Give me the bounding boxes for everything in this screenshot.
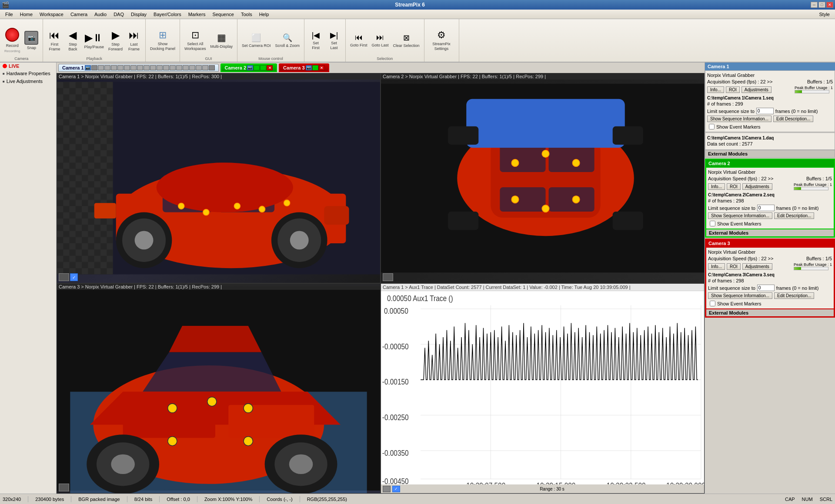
- camera2-tab[interactable]: Camera 2 📷 ✕: [220, 63, 277, 72]
- menu-file[interactable]: File: [2, 11, 17, 18]
- menu-help[interactable]: Help: [256, 11, 273, 18]
- menu-workspace[interactable]: Workspace: [36, 11, 67, 18]
- rp-camera3-edit-desc-btn[interactable]: Edit Description...: [774, 292, 814, 299]
- rp-camera3-info-btn[interactable]: Info...: [708, 263, 725, 270]
- camera1-corner-icon[interactable]: [59, 273, 69, 281]
- rp-camera2-adj-btn[interactable]: Adjustments: [742, 183, 772, 190]
- cam1-icon18[interactable]: [196, 65, 202, 70]
- menu-display[interactable]: Display: [127, 11, 150, 18]
- menu-tools[interactable]: Tools: [237, 11, 256, 18]
- step-back-button[interactable]: ◀ StepBack: [64, 28, 81, 53]
- rp-camera2-show-seq-btn[interactable]: Show Sequence Information...: [708, 212, 772, 219]
- cam1-icon5[interactable]: [111, 65, 117, 70]
- cam1-icon12[interactable]: [157, 65, 163, 70]
- cam2-icon4[interactable]: ✕: [267, 65, 273, 70]
- set-last-button[interactable]: ▶| SetLast: [325, 30, 343, 51]
- cam3-icon3[interactable]: ✕: [319, 65, 325, 70]
- menu-audio[interactable]: Audio: [91, 11, 110, 18]
- menu-camera[interactable]: Camera: [67, 11, 91, 18]
- maximize-button[interactable]: □: [818, 2, 825, 8]
- cam1-icon13[interactable]: [163, 65, 169, 70]
- cam1-icon14[interactable]: [170, 65, 176, 70]
- live-adjustments-item[interactable]: ■ Live Adjustments: [0, 77, 56, 85]
- rp-camera2-roi-btn[interactable]: ROI: [727, 183, 741, 190]
- select-all-workspaces-button[interactable]: ⊡ Select AllWorkspaces: [183, 29, 207, 52]
- goto-first-button[interactable]: ⏮ Goto First: [348, 32, 369, 49]
- rp-camera2-edit-desc-btn[interactable]: Edit Description...: [774, 212, 814, 219]
- rp-camera1-roi-btn[interactable]: ROI: [726, 86, 740, 93]
- cam1-icon1[interactable]: 📷: [85, 65, 91, 70]
- camera3-tab[interactable]: Camera 3 📷 ✕: [279, 63, 329, 72]
- title-bar-controls: ─ □ ✕: [811, 2, 833, 8]
- cam3-icon2[interactable]: [312, 65, 318, 70]
- camera1-tab[interactable]: Camera 1 📷: [58, 64, 219, 72]
- cam1-icon10[interactable]: [144, 65, 150, 70]
- menu-home[interactable]: Home: [17, 11, 36, 18]
- menu-markers[interactable]: Markers: [185, 11, 209, 18]
- clear-selection-button[interactable]: ⊠ Clear Selection: [391, 32, 421, 49]
- camera1-corner-check[interactable]: ✓: [70, 273, 78, 281]
- menu-style[interactable]: Style: [816, 11, 833, 18]
- minimize-button[interactable]: ─: [811, 2, 818, 8]
- rp-camera2-info-btn[interactable]: Info...: [708, 183, 725, 190]
- rp-camera3-adj-btn[interactable]: Adjustments: [742, 263, 772, 270]
- rp-camera3-roi-btn[interactable]: ROI: [727, 263, 741, 270]
- snap-button[interactable]: 📷 Snap: [23, 30, 40, 51]
- cam1-icon16[interactable]: [183, 65, 189, 70]
- cam2-icon3[interactable]: [260, 65, 266, 70]
- first-frame-button[interactable]: ⏮ FirstFrame: [46, 28, 63, 53]
- close-button[interactable]: ✕: [826, 2, 833, 8]
- rp-camera1-info-btn[interactable]: Info...: [707, 86, 724, 93]
- chart-check[interactable]: ✓: [392, 486, 400, 492]
- rp-camera2-event-check[interactable]: [710, 221, 715, 226]
- cam1-icon2[interactable]: [91, 65, 97, 70]
- goto-last-button[interactable]: ⏭ Goto Last: [370, 32, 391, 49]
- cam1-icon4[interactable]: [104, 65, 110, 70]
- toolbar-section-mouse: ⬜ Set Camera ROI 🔍 Scroll & Zoom Mouse c…: [237, 19, 304, 62]
- scroll-zoom-button[interactable]: 🔍 Scroll & Zoom: [273, 32, 301, 49]
- rp-camera3-show-seq-btn[interactable]: Show Sequence Information...: [708, 292, 772, 299]
- toolbar-setfirstlast-buttons: |◀ SetFirst ▶| SetLast: [307, 21, 343, 60]
- cam3-icon1[interactable]: 📷: [306, 65, 312, 70]
- camera3-corner-icon[interactable]: [59, 484, 69, 491]
- set-first-button[interactable]: |◀ SetFirst: [307, 30, 324, 51]
- menu-bar: File Home Workspace Camera Audio DAQ Dis…: [0, 10, 835, 19]
- camera3-tab-label: Camera 3: [283, 65, 305, 70]
- rp-camera1-limit-input[interactable]: [756, 108, 774, 114]
- cam1-icon9[interactable]: [137, 65, 143, 70]
- cam1-icon7[interactable]: [124, 65, 130, 70]
- status-zoom: Zoom X:100% Y:100%: [204, 497, 252, 502]
- cam1-icon19[interactable]: [202, 65, 208, 70]
- last-frame-button[interactable]: ⏭ LastFrame: [125, 28, 143, 53]
- rp-camera1-edit-desc-btn[interactable]: Edit Description...: [773, 116, 813, 122]
- rp-camera3-limit-input[interactable]: [757, 285, 775, 291]
- rp-camera1-show-seq-btn[interactable]: Show Sequence Information...: [707, 116, 772, 122]
- rp-camera1-event-check[interactable]: [709, 124, 715, 129]
- streampix-settings-button[interactable]: ⚙ StreamPixSettings: [431, 29, 452, 52]
- multi-display-button[interactable]: ▦ Multi-Display: [208, 31, 234, 50]
- cam2-icon2[interactable]: [254, 65, 260, 70]
- play-pause-button[interactable]: ▶⏸ Play/Pause: [82, 31, 106, 50]
- cam1-icon17[interactable]: [189, 65, 195, 70]
- cam1-icon3[interactable]: [98, 65, 104, 70]
- rp-camera2-limit-input[interactable]: [757, 205, 775, 211]
- cam1-icon6[interactable]: [117, 65, 124, 70]
- menu-daq[interactable]: DAQ: [110, 11, 127, 18]
- show-docking-panel-button[interactable]: ⊞ ShowDocking Panel: [148, 29, 177, 52]
- menu-bayer-colors[interactable]: Bayer/Colors: [150, 11, 185, 18]
- step-forward-button[interactable]: ▶ StepForward: [107, 28, 124, 53]
- record-button[interactable]: Record Recording: [3, 27, 22, 54]
- cam1-icon8[interactable]: [130, 65, 137, 70]
- menu-sequence[interactable]: Sequence: [209, 11, 237, 18]
- rp-camera3-event-check[interactable]: [710, 301, 715, 306]
- cam1-icon15[interactable]: [176, 65, 182, 70]
- cam1-icon20[interactable]: [209, 65, 215, 70]
- chart-icon[interactable]: [383, 486, 391, 492]
- rp-camera1-adj-btn[interactable]: Adjustments: [741, 86, 772, 93]
- status-rgb: RGB(255,255,255): [307, 497, 347, 502]
- cam1-icon11[interactable]: [150, 65, 156, 70]
- cam2-icon1[interactable]: 📷: [247, 65, 253, 70]
- hardware-properties-item[interactable]: ■ Hardware Properties: [0, 70, 56, 77]
- set-camera-roi-button[interactable]: ⬜ Set Camera ROI: [240, 32, 273, 49]
- camera2-corner-icon[interactable]: [383, 273, 393, 281]
